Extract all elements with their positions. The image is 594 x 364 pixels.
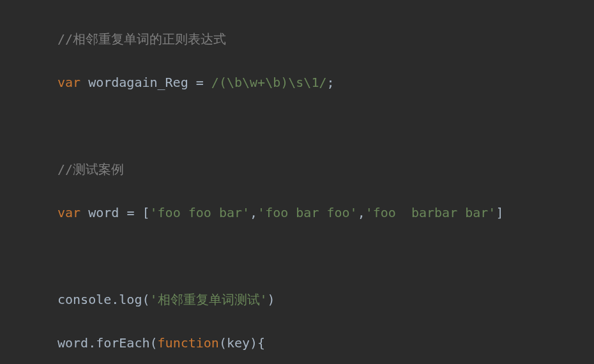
keyword-var: var xyxy=(57,205,80,220)
operator: = xyxy=(196,75,211,90)
code-line: //测试案例 xyxy=(13,158,581,180)
string-literal: 'foo foo bar' xyxy=(150,205,250,220)
method-call: console.log( xyxy=(57,292,150,307)
comment-text: //相邻重复单词的正则表达式 xyxy=(57,31,226,47)
bracket: [ xyxy=(142,205,149,220)
string-literal: '相邻重复单词测试' xyxy=(150,292,268,307)
code-line: //相邻重复单词的正则表达式 xyxy=(13,28,581,50)
operator: = xyxy=(126,205,142,220)
semicolon: ; xyxy=(326,75,334,90)
identifier: word xyxy=(80,205,126,220)
code-line-blank xyxy=(13,245,581,267)
keyword-function: function xyxy=(158,335,219,351)
code-line: console.log('相邻重复单词测试') xyxy=(13,289,581,310)
bracket: ] xyxy=(496,205,503,220)
method-call: word.forEach( xyxy=(57,335,158,351)
comment-text: //测试案例 xyxy=(57,162,124,177)
keyword-var: var xyxy=(57,75,80,90)
regex-literal: /(\b\w+\b)\s\1/ xyxy=(211,75,327,90)
function-params: (key){ xyxy=(219,335,265,351)
code-line-blank xyxy=(13,115,581,137)
identifier: wordagain_Reg xyxy=(80,75,196,90)
comma: , xyxy=(250,205,257,220)
paren: ) xyxy=(268,292,275,307)
comma: , xyxy=(358,205,365,220)
code-line: var word = ['foo foo bar','foo bar foo',… xyxy=(13,202,581,224)
string-literal: 'foo bar foo' xyxy=(257,205,358,220)
string-literal: 'foo barbar bar' xyxy=(365,205,496,220)
code-line: var wordagain_Reg = /(\b\w+\b)\s\1/; xyxy=(13,72,581,93)
code-line: word.forEach(function(key){ xyxy=(13,332,581,354)
code-editor-content: //相邻重复单词的正则表达式 var wordagain_Reg = /(\b\… xyxy=(13,6,581,364)
